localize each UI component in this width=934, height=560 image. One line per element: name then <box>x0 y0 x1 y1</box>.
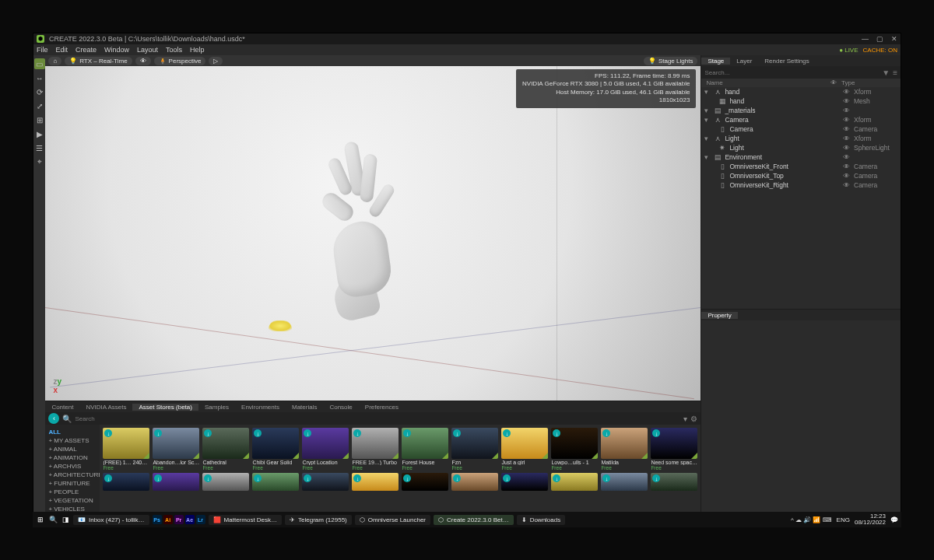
asset-thumb[interactable]: ↓ <box>153 473 199 491</box>
stage-filter-icon[interactable]: ▼ <box>882 68 890 77</box>
menu-tools[interactable]: Tools <box>166 46 182 54</box>
tool-move[interactable]: ↔ <box>34 72 45 83</box>
tab-layer[interactable]: Layer <box>730 58 758 65</box>
tree-row[interactable]: ▾▤Environment👁 <box>701 152 901 162</box>
asset-thumb[interactable]: ↓ <box>601 473 648 491</box>
tab-content[interactable]: Content <box>45 404 79 411</box>
tab-materials[interactable]: Materials <box>286 404 323 411</box>
menu-help[interactable]: Help <box>190 46 205 54</box>
cat-furniture[interactable]: + FURNITURE <box>48 479 97 488</box>
asset-thumb[interactable]: ↓ <box>402 473 448 491</box>
tab-environments[interactable]: Environments <box>235 404 286 411</box>
taskbar-search[interactable]: 🔍 <box>48 515 58 524</box>
tool-rotate[interactable]: ⟳ <box>34 86 45 97</box>
tray-lang[interactable]: ENG <box>837 516 850 523</box>
camera-perspective[interactable]: 🧍 Perspective <box>154 57 206 65</box>
tool-snap[interactable]: ⊞ <box>34 114 45 125</box>
display-options[interactable]: 👁 <box>135 57 151 65</box>
taskbar-omniverse-launcher[interactable]: ⬡Omniverse Launcher <box>355 515 430 525</box>
tab-samples[interactable]: Samples <box>198 404 235 411</box>
tree-row[interactable]: ▾⋏Camera👁Xform <box>701 115 901 124</box>
asset-thumb[interactable]: ↓(FREE) 1… 240k GTFree <box>103 428 149 471</box>
cat-animation[interactable]: + ANIMATION <box>48 453 97 462</box>
task-view[interactable]: ◨ <box>61 515 70 524</box>
asset-thumb[interactable]: ↓ <box>501 473 548 491</box>
tab-console[interactable]: Console <box>323 404 358 411</box>
asset-thumb[interactable]: ↓Forest HouseFree <box>402 428 448 471</box>
cat-people[interactable]: + PEOPLE <box>48 488 97 496</box>
tree-row[interactable]: ▯OmniverseKit_Top👁Camera <box>701 171 901 180</box>
asset-thumb[interactable]: ↓MatildaFree <box>601 428 648 471</box>
window-min[interactable]: — <box>862 35 869 43</box>
asset-thumb[interactable]: ↓ <box>451 473 498 491</box>
axis-gizmo[interactable]: zyx <box>53 377 61 394</box>
asset-thumb[interactable]: ↓ <box>202 473 249 491</box>
cat-architecture[interactable]: + ARCHITECTURE <box>48 471 97 479</box>
asset-thumb[interactable]: ↓Chibi Gear SolidFree <box>252 428 299 471</box>
asset-thumb[interactable]: ↓ <box>302 473 349 491</box>
3d-viewport[interactable]: FPS: 111.22, Frame time: 8.99 ms NVIDIA … <box>45 66 700 401</box>
tab-preferences[interactable]: Preferences <box>359 404 405 411</box>
asset-thumb[interactable]: ↓FznFree <box>451 428 498 471</box>
camera-selector[interactable]: ⌂ <box>48 57 61 65</box>
stage-lights-toggle[interactable]: 💡 Stage Lights <box>644 57 697 65</box>
cat-all[interactable]: ALL <box>48 428 97 436</box>
next-camera[interactable]: ▷ <box>209 57 223 65</box>
window-max[interactable]: ▢ <box>876 35 883 43</box>
tree-row[interactable]: ▾⋏hand👁Xform <box>701 87 901 96</box>
tray-icons[interactable]: ^ ☁ 🔊 📶 ⌨ <box>791 516 832 523</box>
tree-row[interactable]: ▦hand👁Mesh <box>701 96 901 106</box>
asset-thumb[interactable]: ↓ <box>651 473 697 491</box>
menu-create[interactable]: Create <box>75 46 97 54</box>
asset-thumb[interactable]: ↓ <box>252 473 299 491</box>
asset-thumb[interactable]: ↓Just a girlFree <box>501 428 548 471</box>
tree-row[interactable]: ▯OmniverseKit_Right👁Camera <box>701 180 901 190</box>
tool-select[interactable]: ▭ <box>34 58 45 69</box>
tool-play[interactable]: ▶ <box>34 128 45 139</box>
menu-file[interactable]: File <box>37 46 48 54</box>
taskbar-create[interactable]: ⬡Create 2022.3.0 Bet… <box>434 515 514 525</box>
tree-row[interactable]: ▯Camera👁Camera <box>701 124 901 134</box>
settings-icon[interactable]: ⚙ <box>690 415 697 423</box>
tree-row[interactable]: ▯OmniverseKit_Front👁Camera <box>701 162 901 171</box>
tool-measure[interactable]: ☰ <box>34 142 45 153</box>
tab-asset-stores[interactable]: Asset Stores (beta) <box>132 404 198 411</box>
stage-options-icon[interactable]: ≡ <box>893 68 897 77</box>
asset-thumb[interactable]: ↓CathedralFree <box>202 428 249 471</box>
menu-layout[interactable]: Layout <box>137 46 158 54</box>
tab-stage[interactable]: Stage <box>701 58 730 65</box>
status-live[interactable]: ● LIVE <box>839 47 858 54</box>
asset-thumb[interactable]: ↓ <box>352 473 399 491</box>
asset-thumb[interactable]: ↓Abandon…lor SceneFree <box>153 428 199 471</box>
browser-back[interactable]: ‹ <box>48 413 59 424</box>
asset-search-input[interactable] <box>75 415 680 422</box>
window-close[interactable]: ✕ <box>891 35 897 43</box>
asset-thumb[interactable]: ↓Need some space?Free <box>651 428 697 471</box>
menu-edit[interactable]: Edit <box>56 46 68 54</box>
start-button[interactable]: ⊞ <box>36 515 45 524</box>
cat-animal[interactable]: + ANIMAL <box>48 445 97 453</box>
tab-nvidia-assets[interactable]: NVIDIA Assets <box>79 404 132 411</box>
status-cache[interactable]: CACHE: ON <box>863 47 897 54</box>
adobe-apps[interactable]: Ps Ai Pr Ae Lr <box>153 515 205 524</box>
taskbar-telegram[interactable]: ✈Telegram (12955) <box>285 515 352 525</box>
tab-render-settings[interactable]: Render Settings <box>758 58 815 65</box>
asset-thumb[interactable]: ↓ <box>103 473 149 491</box>
stage-search-input[interactable] <box>704 69 882 76</box>
tool-physics[interactable]: ⌖ <box>34 156 45 167</box>
mesh-hand[interactable] <box>307 140 432 319</box>
stage-tree[interactable]: ▾⋏hand👁Xform▦hand👁Mesh▾▤_materials👁▾⋏Cam… <box>701 87 901 309</box>
tree-row[interactable]: ✷Light👁SphereLight <box>701 143 901 152</box>
cat-myassets[interactable]: + MY ASSETS <box>48 436 97 445</box>
filter-icon[interactable]: ▾ <box>683 415 687 423</box>
taskbar-clock[interactable]: 12:23 08/12/2022 <box>855 513 886 526</box>
notification-center[interactable]: 💬 <box>890 516 898 523</box>
asset-thumb[interactable]: ↓Crypt LocationFree <box>302 428 349 471</box>
asset-thumb[interactable]: ↓Lowpo…ulls - 1Free <box>551 428 598 471</box>
taskbar-inbox[interactable]: 📧Inbox (427) - tollik… <box>73 515 149 525</box>
tool-scale[interactable]: ⤢ <box>34 100 45 111</box>
cat-vegetation[interactable]: + VEGETATION <box>48 496 97 505</box>
asset-thumb[interactable]: ↓FREE 19…) TurboFree <box>352 428 399 471</box>
tab-property[interactable]: Property <box>701 312 737 319</box>
render-mode[interactable]: 💡 RTX – Real-Time <box>65 57 132 65</box>
